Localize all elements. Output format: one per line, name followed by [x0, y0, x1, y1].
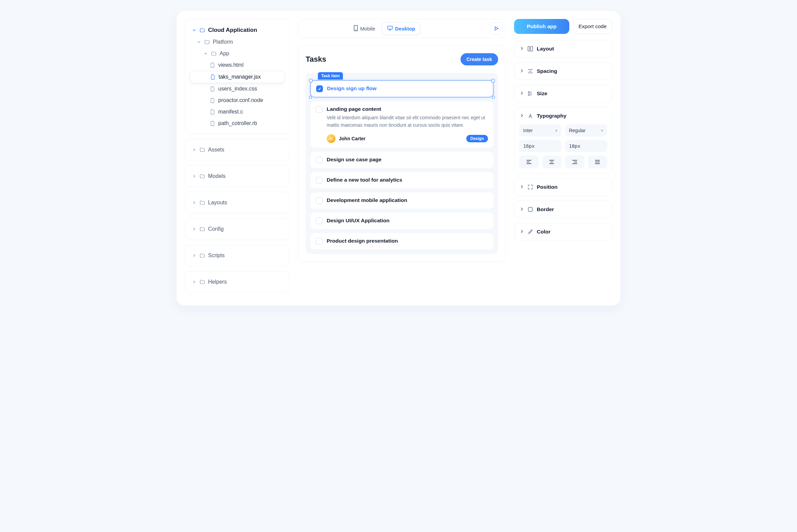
chevron-right-icon [520, 184, 524, 190]
tree-file-label: users_index.css [218, 86, 257, 92]
text-align-left-button[interactable] [519, 155, 539, 168]
folder-icon [199, 226, 205, 232]
task-title: Design sign up flow [327, 86, 488, 92]
task-checkbox[interactable] [316, 197, 323, 204]
chevron-right-icon [192, 280, 196, 284]
create-task-button[interactable]: Create task [460, 53, 498, 65]
section-label: Spacing [537, 68, 557, 74]
task-checkbox[interactable] [316, 156, 323, 163]
viewport-tabs: Mobile Desktop [349, 22, 420, 35]
section-header[interactable]: Typography [514, 108, 612, 125]
tree-folder-app[interactable]: App [190, 48, 285, 59]
tree-file-label: path_cotroller.rb [218, 120, 257, 127]
tree-folder-collapsed[interactable]: Layouts [185, 192, 290, 213]
tree-folder-collapsed[interactable]: Config [185, 218, 290, 240]
task-title: Design UI/UX Application [327, 217, 488, 224]
tree-file[interactable]: path_cotroller.rb [190, 118, 285, 129]
tree-file-label: views.html [218, 62, 244, 68]
task-item[interactable]: Development mobile application [310, 192, 493, 209]
task-checkbox[interactable] [316, 238, 323, 245]
task-item[interactable]: Product design presentation [310, 233, 493, 249]
tree-folder-label: Models [208, 173, 226, 179]
selection-label: Task item [318, 72, 343, 80]
inspector-section-border[interactable]: Border [514, 201, 612, 218]
task-description: Velit id interdum aliquam blandit vitae … [327, 114, 488, 129]
inspector-section-layout[interactable]: Layout [514, 40, 612, 58]
task-checkbox[interactable] [316, 106, 323, 113]
folder-icon [199, 279, 205, 285]
viewport-tab-label: Desktop [395, 26, 415, 32]
chevron-down-icon [196, 40, 201, 44]
tree-folder-label: Config [208, 226, 224, 232]
chevron-right-icon [192, 147, 196, 152]
assignee-name: John Carter [339, 136, 366, 141]
tree-file[interactable]: proactor.conf.node [190, 95, 285, 106]
chevron-down-icon [203, 51, 208, 56]
tree-folder-collapsed[interactable]: Assets [185, 139, 290, 160]
inspector-section-position[interactable]: Position [514, 178, 612, 196]
chevron-down-icon [192, 28, 196, 33]
tree-root[interactable]: Cloud Application [190, 24, 285, 36]
tree-file[interactable]: views.html [190, 59, 285, 71]
font-weight-select[interactable]: Regular▾ [565, 125, 607, 136]
font-family-select[interactable]: Inter▾ [519, 125, 562, 136]
task-title: Design use case page [327, 156, 488, 163]
task-item[interactable]: Design UI/UX Application [310, 213, 493, 229]
chevron-down-icon: ▾ [601, 129, 603, 133]
file-icon [209, 86, 215, 92]
line-height-input[interactable]: 18px [565, 140, 607, 152]
export-code-button[interactable]: Export code [573, 19, 612, 34]
preview-header: Tasks Create task [306, 53, 498, 65]
svg-rect-5 [528, 207, 532, 211]
section-label: Border [537, 206, 554, 212]
publish-button[interactable]: Publish app [514, 19, 569, 34]
task-item-selected[interactable]: Design sign up flow [310, 80, 493, 97]
viewport-tab-desktop[interactable]: Desktop [382, 22, 420, 35]
tree-file[interactable]: users_index.css [190, 83, 285, 95]
svg-rect-4 [531, 46, 533, 51]
folder-icon [199, 147, 205, 153]
task-checkbox[interactable] [316, 217, 323, 224]
inspector-section-spacing[interactable]: Spacing [514, 62, 612, 80]
tree-folder-platform[interactable]: Platform [190, 36, 285, 48]
task-assignee: JC John Carter [327, 134, 366, 143]
tree-folder-collapsed[interactable]: Helpers [185, 271, 290, 293]
svg-point-1 [356, 30, 356, 30]
project-tree: Cloud Application Platform App views.htm… [185, 19, 290, 134]
tree-file-label: manifest.c [218, 109, 243, 115]
task-title: Product design presentation [327, 238, 488, 244]
section-label: Position [537, 184, 557, 190]
task-item[interactable]: Define a new tool for analytics [310, 172, 493, 188]
desktop-icon [387, 25, 393, 32]
tree-folder-collapsed[interactable]: Models [185, 165, 290, 187]
task-item[interactable]: Design use case page [310, 152, 493, 168]
section-label: Typography [537, 113, 567, 119]
viewport-tab-mobile[interactable]: Mobile [349, 22, 380, 35]
inspector-section-color[interactable]: Color [514, 223, 612, 241]
tree-file[interactable]: manifest.c [190, 106, 285, 118]
app-shell: Cloud Application Platform App views.htm… [176, 11, 621, 306]
font-size-input[interactable]: 16px [519, 140, 562, 152]
spacing-icon [527, 68, 533, 74]
tree-file-active[interactable]: taks_manager.jsx [190, 71, 285, 83]
tree-file-label: proactor.conf.node [218, 97, 263, 103]
tree-folder-label: Platform [213, 39, 233, 45]
text-align-justify-button[interactable] [588, 155, 608, 168]
tree-folder-collapsed[interactable]: Scripts [185, 245, 290, 266]
text-align-right-button[interactable] [565, 155, 585, 168]
chevron-right-icon [192, 174, 196, 178]
text-align-center-button[interactable] [542, 155, 562, 168]
resize-handle[interactable] [309, 96, 312, 99]
avatar: JC [327, 134, 336, 143]
folder-icon [211, 51, 217, 57]
preview-play-button[interactable] [490, 22, 503, 35]
viewport-tab-label: Mobile [360, 26, 375, 32]
inspector-section-size[interactable]: Size [514, 85, 612, 102]
task-item-expanded[interactable]: Landing page content Velit id interdum a… [310, 101, 493, 148]
task-checkbox[interactable] [316, 86, 323, 92]
chevron-right-icon [520, 46, 524, 52]
position-icon [527, 184, 533, 190]
resize-handle[interactable] [492, 96, 495, 99]
task-checkbox[interactable] [316, 177, 323, 184]
task-title: Define a new tool for analytics [327, 177, 488, 183]
